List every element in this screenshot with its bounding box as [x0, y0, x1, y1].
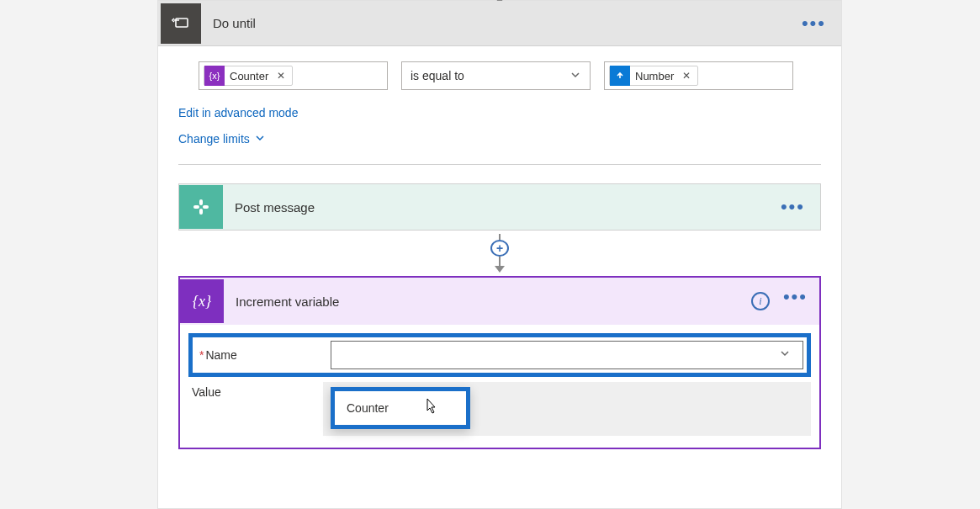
chevron-down-icon	[569, 69, 581, 83]
post-message-card[interactable]: Post message •••	[178, 183, 821, 231]
svg-rect-5	[199, 209, 203, 215]
info-icon[interactable]: i	[751, 292, 770, 310]
increment-variable-title: Increment variable	[236, 294, 339, 309]
arrow-down-icon	[495, 266, 505, 273]
add-step-connector: +	[178, 234, 821, 273]
token-label: Number	[635, 70, 679, 82]
increment-variable-header[interactable]: {x} Increment variable i •••	[180, 278, 819, 325]
condition-right-input[interactable]: Number ✕	[604, 61, 793, 90]
more-menu-button[interactable]: •••	[783, 293, 808, 301]
chevron-down-icon	[255, 132, 265, 146]
variable-icon: {x}	[204, 66, 225, 86]
increment-variable-card: {x} Increment variable i ••• *Name	[178, 276, 821, 449]
change-limits-label: Change limits	[178, 132, 250, 146]
do-until-title: Do until	[213, 16, 256, 30]
value-label: Value	[188, 382, 323, 399]
svg-rect-4	[199, 199, 203, 205]
edit-advanced-mode-link[interactable]: Edit in advanced mode	[178, 106, 298, 119]
condition-operator-select[interactable]: is equal to	[401, 61, 591, 90]
chevron-down-icon	[779, 347, 791, 363]
variable-icon: {x}	[180, 279, 224, 323]
divider	[178, 164, 821, 165]
name-field-row: *Name	[188, 333, 811, 377]
cursor-icon	[422, 397, 439, 420]
token-label: Counter	[230, 70, 273, 82]
condition-row: {x} Counter ✕ is equal to	[199, 61, 821, 90]
condition-left-input[interactable]: {x} Counter ✕	[199, 61, 388, 90]
number-icon	[610, 66, 630, 86]
operator-label: is equal to	[411, 69, 464, 82]
add-step-button[interactable]: +	[490, 240, 509, 257]
more-menu-button[interactable]: •••	[781, 203, 805, 211]
do-until-header[interactable]: Do until •••	[158, 1, 841, 46]
token-counter[interactable]: {x} Counter ✕	[204, 66, 293, 86]
value-field-row: Value	[188, 382, 811, 436]
remove-token-icon[interactable]: ✕	[679, 70, 694, 82]
flow-canvas: Do until ••• {x} Counter ✕ is equal to	[157, 0, 842, 509]
slack-icon	[179, 185, 223, 229]
increment-variable-body: *Name Value	[180, 325, 819, 448]
post-message-title: Post message	[235, 200, 315, 215]
name-label: *Name	[196, 348, 331, 362]
token-number[interactable]: Number ✕	[609, 66, 698, 86]
change-limits-link[interactable]: Change limits	[178, 132, 265, 146]
do-until-body: {x} Counter ✕ is equal to	[158, 46, 841, 458]
remove-token-icon[interactable]: ✕	[273, 70, 289, 82]
name-select[interactable]	[331, 341, 803, 369]
svg-rect-3	[203, 205, 209, 209]
dropdown-option-counter[interactable]: Counter	[335, 391, 466, 425]
required-indicator: *	[199, 348, 204, 362]
do-until-icon	[161, 3, 201, 44]
svg-rect-2	[193, 205, 199, 209]
name-dropdown: Counter	[331, 387, 470, 429]
more-menu-button[interactable]: •••	[802, 19, 826, 28]
